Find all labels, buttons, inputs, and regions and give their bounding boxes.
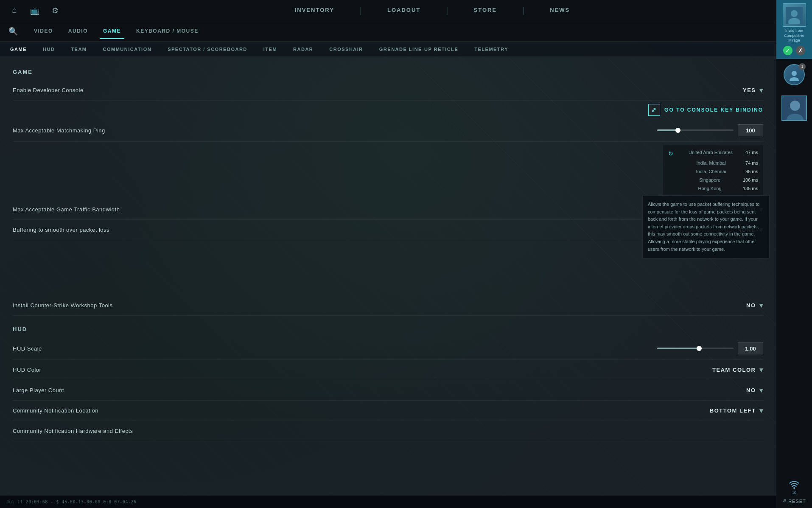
hud-scale-label: HUD Scale xyxy=(13,345,42,352)
workshop-value: NO xyxy=(746,302,756,309)
large-player-dropdown[interactable]: NO ▾ xyxy=(746,386,763,394)
max-ping-label: Max Acceptable Matchmaking Ping xyxy=(13,127,105,134)
svg-point-1 xyxy=(791,10,798,17)
workshop-arrow: ▾ xyxy=(759,301,764,309)
top-bar: ⌂ 📺 ⚙ INVENTORY | LOADOUT | STORE | NEWS xyxy=(0,0,812,21)
console-binding-row: ⤢ GO TO CONSOLE KEY BINDING xyxy=(13,101,763,119)
workshop-control: NO ▾ xyxy=(746,301,763,309)
max-ping-slider-thumb[interactable] xyxy=(675,128,680,133)
signal-count: 10 xyxy=(792,491,796,495)
large-player-control: NO ▾ xyxy=(746,386,763,394)
invite-text: Invite from Competitive Mirage xyxy=(780,28,809,43)
ping-value-0: 47 ms xyxy=(745,149,758,159)
dev-console-arrow: ▾ xyxy=(759,86,764,94)
ping-section: ↻ United Arab Emirates 47 ms India, Mumb… xyxy=(13,142,763,199)
large-player-label: Large Player Count xyxy=(13,387,64,393)
subnav-game[interactable]: GAME xyxy=(8,43,28,55)
max-ping-slider-container: 100 xyxy=(657,124,763,136)
settings-bar: 🔍 VIDEO AUDIO GAME KEYBOARD / MOUSE xyxy=(0,21,812,42)
subnav-spectator[interactable]: SPECTATOR / SCOREBOARD xyxy=(166,43,249,55)
ping-row-4: Hong Kong 135 ms xyxy=(668,185,758,193)
subnav-telemetry[interactable]: TELEMETRY xyxy=(473,43,510,55)
dev-console-value: YES xyxy=(743,87,756,93)
invite-avatar-image xyxy=(786,7,803,24)
hud-scale-slider-track[interactable] xyxy=(657,348,734,349)
ping-value-1: 74 ms xyxy=(745,159,758,168)
svg-point-8 xyxy=(793,487,795,489)
invite-avatar xyxy=(783,3,806,27)
ping-value-4: 135 ms xyxy=(743,185,758,193)
hud-scale-slider-fill xyxy=(657,348,699,349)
tv-icon[interactable]: 📺 xyxy=(29,5,41,17)
max-ping-slider-track[interactable] xyxy=(657,129,734,131)
invite-decline-button[interactable]: ✗ xyxy=(796,46,805,55)
external-link-icon: ⤢ xyxy=(648,104,660,116)
tab-game[interactable]: GAME xyxy=(100,24,124,39)
tooltip-text: Allows the game to use packet buffering … xyxy=(648,202,759,252)
friends-panel[interactable]: 1 xyxy=(776,59,812,90)
buffering-tooltip: Allows the game to use packet buffering … xyxy=(642,195,770,258)
workshop-label: Install Counter-Strike Workshop Tools xyxy=(13,302,113,309)
max-bandwidth-label: Max Acceptable Game Traffic Bandwidth xyxy=(13,206,120,213)
hud-scale-slider-thumb[interactable] xyxy=(697,346,702,351)
notification-loc-arrow: ▾ xyxy=(759,407,764,415)
signal-strength-icon[interactable]: 10 xyxy=(789,480,799,495)
nav-inventory[interactable]: INVENTORY xyxy=(295,5,334,16)
gear-icon[interactable]: ⚙ xyxy=(49,5,61,17)
workshop-dropdown[interactable]: NO ▾ xyxy=(746,301,763,309)
notification-loc-control: BOTTOM LEFT ▾ xyxy=(710,407,763,415)
dev-console-label: Enable Developer Console xyxy=(13,87,84,93)
dev-console-control: YES ▾ xyxy=(743,86,763,94)
tab-video[interactable]: VIDEO xyxy=(31,24,56,39)
ping-region-4: Hong Kong xyxy=(698,185,721,193)
ping-refresh-icon[interactable]: ↻ xyxy=(668,149,673,159)
setting-workshop: Install Counter-Strike Workshop Tools NO… xyxy=(13,295,763,316)
hud-color-arrow: ▾ xyxy=(759,366,764,374)
dev-console-dropdown[interactable]: YES ▾ xyxy=(743,86,763,94)
subnav-communication[interactable]: COMMUNICATION xyxy=(101,43,154,55)
subnav-crosshair[interactable]: CROSSHAIR xyxy=(328,43,365,55)
svg-point-3 xyxy=(792,71,797,76)
setting-hud-color: HUD Color TEAM COLOR ▾ xyxy=(13,360,763,380)
ping-region-0: United Arab Emirates xyxy=(689,149,733,159)
subnav-hud[interactable]: HUD xyxy=(41,43,56,55)
tab-audio[interactable]: AUDIO xyxy=(65,24,91,39)
notification-effects-label: Community Notification Hardware and Effe… xyxy=(13,428,133,434)
buffering-label: Buffering to smooth over packet loss xyxy=(13,227,109,233)
setting-notification-loc: Community Notification Location BOTTOM L… xyxy=(13,401,763,421)
go-to-binding-label: GO TO CONSOLE KEY BINDING xyxy=(664,107,763,113)
go-to-binding-button[interactable]: ⤢ GO TO CONSOLE KEY BINDING xyxy=(648,104,763,116)
setting-hud-scale: HUD Scale 1.00 xyxy=(13,337,763,360)
reset-label: RESET xyxy=(788,499,806,504)
nav-sep-2: | xyxy=(446,6,448,15)
ping-value-3: 106 ms xyxy=(743,176,758,185)
invite-accept-button[interactable]: ✓ xyxy=(783,46,792,55)
friend-panel-2[interactable] xyxy=(776,90,812,126)
subnav-grenade[interactable]: GRENADE LINE-UP RETICLE xyxy=(378,43,460,55)
main-nav: INVENTORY | LOADOUT | STORE | NEWS xyxy=(61,5,804,16)
section-game-title: Game xyxy=(13,69,763,75)
notification-loc-dropdown[interactable]: BOTTOM LEFT ▾ xyxy=(710,407,763,415)
ping-table: ↻ United Arab Emirates 47 ms India, Mumb… xyxy=(663,145,763,196)
main-content: Game Enable Developer Console YES ▾ ⤢ GO… xyxy=(0,57,812,495)
subnav-item[interactable]: ITEM xyxy=(262,43,279,55)
setting-notification-effects: Community Notification Hardware and Effe… xyxy=(13,421,763,441)
home-icon[interactable]: ⌂ xyxy=(8,5,20,17)
hud-color-dropdown[interactable]: TEAM COLOR ▾ xyxy=(712,366,763,374)
tab-keyboard[interactable]: KEYBOARD / MOUSE xyxy=(133,24,202,39)
ping-region-2: India, Chennai xyxy=(696,168,726,176)
ping-region-3: Singapore xyxy=(699,176,720,185)
invite-card: Invite from Competitive Mirage ✓ ✗ xyxy=(776,0,812,59)
reset-button[interactable]: ↺ RESET xyxy=(782,498,806,504)
subnav-radar[interactable]: RADAR xyxy=(291,43,315,55)
top-bar-icons: ⌂ 📺 ⚙ xyxy=(8,5,61,17)
nav-loadout[interactable]: LOADOUT xyxy=(387,5,420,16)
setting-dev-console: Enable Developer Console YES ▾ xyxy=(13,80,763,101)
notification-loc-value: BOTTOM LEFT xyxy=(710,407,756,414)
status-text: Jul 11 20:03:68 - $ 45-00-13-00-00 0:0 0… xyxy=(6,500,136,504)
subnav-team[interactable]: TEAM xyxy=(69,43,88,55)
nav-news[interactable]: NEWS xyxy=(550,5,570,16)
nav-store[interactable]: STORE xyxy=(474,5,497,16)
search-icon[interactable]: 🔍 xyxy=(8,27,18,36)
ping-row-1: India, Mumbai 74 ms xyxy=(668,159,758,168)
